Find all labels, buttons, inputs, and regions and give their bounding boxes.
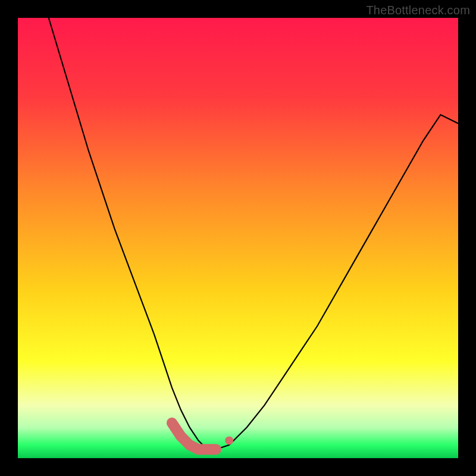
chart-frame: TheBottleneck.com <box>0 0 476 476</box>
bottleneck-curve <box>49 18 458 449</box>
watermark-text: TheBottleneck.com <box>366 4 470 17</box>
plot-area <box>18 18 458 458</box>
optimal-segment-left <box>172 423 181 436</box>
curve-layer <box>18 18 458 458</box>
optimal-dot <box>225 436 233 444</box>
optimal-region <box>172 423 233 449</box>
optimal-segment <box>181 436 216 449</box>
